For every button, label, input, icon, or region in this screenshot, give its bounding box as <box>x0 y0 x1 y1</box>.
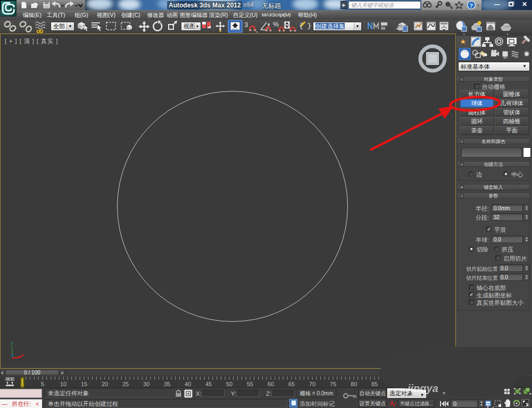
svg-text:?: ? <box>470 2 473 9</box>
svg-text:90: 90 <box>392 381 398 387</box>
svg-text:35: 35 <box>164 381 170 387</box>
svg-text:60: 60 <box>268 381 274 387</box>
svg-text:z: z <box>12 353 14 358</box>
svg-text:65: 65 <box>288 381 295 387</box>
svg-text:15: 15 <box>81 381 87 387</box>
svg-text:5: 5 <box>41 381 44 387</box>
svg-text:95: 95 <box>413 381 419 387</box>
svg-text:70: 70 <box>309 381 315 387</box>
svg-text:55: 55 <box>247 381 253 387</box>
svg-text:10: 10 <box>60 381 66 387</box>
svg-text:85: 85 <box>371 381 378 387</box>
svg-text:3: 3 <box>244 21 248 29</box>
svg-text:40: 40 <box>185 381 191 387</box>
svg-text:75: 75 <box>330 381 336 387</box>
svg-text:100: 100 <box>432 381 442 387</box>
svg-text:30: 30 <box>143 381 149 387</box>
svg-text:45: 45 <box>205 381 212 387</box>
svg-text:%: % <box>273 21 279 28</box>
svg-text:0: 0 <box>21 382 23 388</box>
svg-text:25: 25 <box>122 381 129 387</box>
svg-text:20: 20 <box>102 381 108 387</box>
svg-text:80: 80 <box>351 381 357 387</box>
svg-text:50: 50 <box>226 381 232 387</box>
svg-text:y: y <box>11 340 13 345</box>
